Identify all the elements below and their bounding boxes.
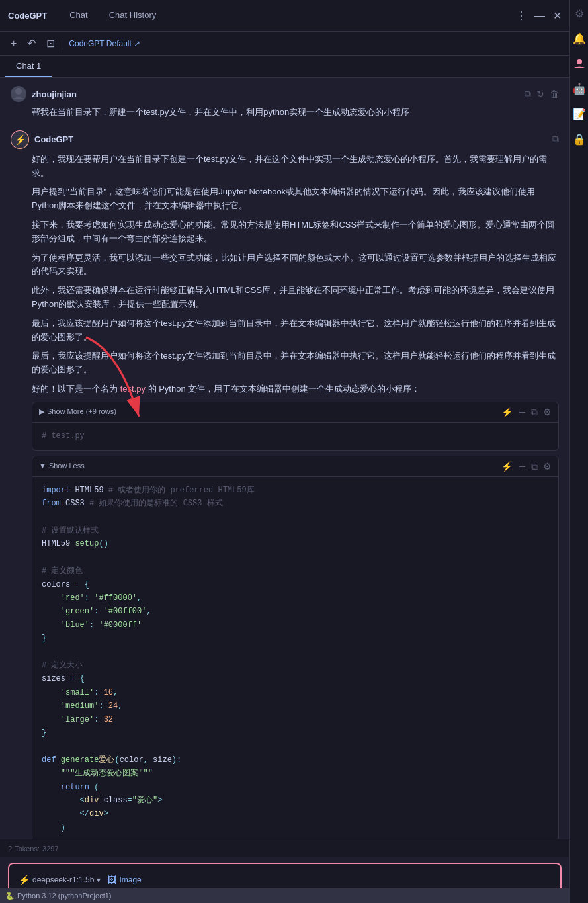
python-icon: 🐍 (5, 892, 15, 900)
copy-icon[interactable]: ⧉ (525, 89, 531, 100)
delete-icon[interactable]: 🗑 (550, 89, 559, 100)
code-line: } (42, 726, 549, 740)
code-line: # 定义大小 (42, 659, 549, 672)
lightning-icon[interactable]: ⚡ (501, 459, 513, 474)
code-line: sizes = { (42, 672, 549, 685)
chat-area[interactable]: zhoujinjian ⧉ ↻ 🗑 帮我在当前目录下，新建一个test.py文件… (0, 78, 569, 839)
chat-tab-row: Chat 1 (0, 56, 569, 78)
code-line (42, 646, 549, 659)
model-icon: ⚡ (19, 875, 30, 885)
collapsed-code-block: ▶ Show More (+9 rows) ⚡ ⊢ ⧉ ⚙ # test.py (32, 402, 559, 451)
code-line: 'green': '#00ff00', (42, 605, 549, 618)
avatar (11, 86, 26, 102)
undo-button[interactable]: ↶ (24, 36, 38, 51)
code-line (42, 740, 549, 753)
expand-icon[interactable]: ⊢ (518, 405, 526, 419)
code-line: import HTML59 # 或者使用你的 preferred HTML59库 (42, 484, 549, 497)
code-line: <div class="爱心"> (42, 794, 549, 807)
code-line: </div> (42, 807, 549, 820)
copy-icon[interactable]: ⧉ (552, 134, 559, 145)
code-line: 'large': 32 (42, 713, 549, 726)
add-button[interactable]: + (8, 36, 19, 51)
tokens-label: Tokens: (15, 845, 40, 853)
tab-chat-history[interactable]: Chat History (100, 6, 166, 25)
code-line: } (42, 632, 549, 645)
minimize-icon[interactable]: — (534, 10, 545, 22)
code-block-filename: # test.py (32, 423, 558, 449)
code-line: def generate爱心(color, size): (42, 753, 549, 767)
code-line: 'small': 16, (42, 686, 549, 699)
code-line: 'red': '#ff0000', (42, 591, 549, 605)
app-logo: CodeGPT (8, 11, 47, 21)
code-line (42, 551, 549, 564)
bottom-bar: ? Tokens: 3297 (0, 839, 569, 857)
code-block-header: ▶ Show More (+9 rows) ⚡ ⊢ ⧉ ⚙ (32, 402, 558, 423)
python-status: 🐍 Python 3.12 (pythonProject1) (5, 892, 111, 900)
expanded-code-actions: ⚡ ⊢ ⧉ ⚙ (501, 459, 552, 474)
help-icon[interactable]: ? (8, 845, 12, 853)
right-sidebar: ⚙ 🔔 🤖 📝 🔒 (569, 0, 588, 903)
code-line: # 定义颜色 (42, 564, 549, 578)
copy-code-icon[interactable]: ⧉ (531, 405, 538, 419)
show-less-button[interactable]: ▼ Show Less (39, 460, 85, 472)
code-line: 'blue': '#0000ff' (42, 619, 549, 632)
token-info: ? Tokens: 3297 (8, 845, 59, 853)
codegpt-avatar: ⚡ (11, 130, 29, 149)
codegpt-message-body: 好的，我现在要帮用户在当前目录下创建一个test.py文件，并在这个文件中实现一… (11, 153, 559, 839)
chat-tab-1[interactable]: Chat 1 (5, 56, 52, 77)
lightning-icon[interactable]: ⚡ (501, 405, 513, 419)
user-message: zhoujinjian ⧉ ↻ 🗑 帮我在当前目录下，新建一个test.py文件… (11, 86, 559, 120)
show-more-button[interactable]: ▶ Show More (+9 rows) (39, 406, 116, 418)
model-selector[interactable]: ⚡ deepseek-r1:1.5b ▾ (19, 875, 101, 885)
titlebar-actions: ⋮ — ✕ (516, 9, 562, 22)
code-block-content: import HTML59 # 或者使用你的 preferred HTML59库… (32, 477, 558, 839)
sidebar-icon-bell[interactable]: 🔔 (571, 30, 587, 46)
tokens-value: 3297 (42, 845, 58, 853)
message-header: zhoujinjian ⧉ ↻ 🗑 (11, 86, 559, 102)
sidebar-icon-doc[interactable]: 📝 (571, 106, 587, 122)
codegpt-header: ⚡ CodeGPT ⧉ (11, 130, 559, 149)
split-button[interactable]: ⊡ (44, 36, 58, 51)
code-block-actions: ⚡ ⊢ ⧉ ⚙ (501, 405, 552, 419)
code-line: ) (42, 821, 549, 834)
code-line: HTML59 setup() (42, 537, 549, 550)
svg-text:⚡: ⚡ (15, 134, 26, 146)
svg-point-3 (577, 59, 582, 64)
model-label: deepseek-r1:1.5b (32, 875, 94, 884)
expanded-code-block: ▼ Show Less ⚡ ⊢ ⧉ ⚙ import HTML59 # 或者使用… (32, 456, 559, 839)
code-line: 'medium': 24, (42, 699, 549, 712)
expand-icon[interactable]: ⊢ (518, 459, 526, 474)
code-line (42, 511, 549, 524)
image-icon: 🖼 (107, 875, 116, 885)
code-line: colors = { (42, 578, 549, 591)
codegpt-actions: ⧉ (552, 134, 559, 145)
code-line: """生成动态爱心图案""" (42, 767, 549, 780)
breadcrumb[interactable]: CodeGPT Default ↗ (69, 39, 140, 48)
copy-code-icon[interactable]: ⧉ (531, 459, 538, 474)
toolbar-separator (63, 38, 63, 50)
message-actions: ⧉ ↻ 🗑 (525, 89, 559, 100)
python-version: Python 3.12 (pythonProject1) (17, 892, 111, 900)
code-line: return ( (42, 781, 549, 794)
code-line: # 设置默认样式 (42, 524, 549, 537)
sidebar-icon-lock[interactable]: 🔒 (571, 131, 587, 147)
sidebar-icon-robot[interactable]: 🤖 (571, 81, 587, 97)
user-name: zhoujinjian (32, 89, 77, 99)
settings-icon[interactable]: ⚙ (543, 459, 552, 474)
codegpt-name: CodeGPT (34, 134, 73, 144)
more-icon[interactable]: ⋮ (516, 9, 526, 22)
settings-icon[interactable]: ⚙ (543, 405, 552, 419)
close-icon[interactable]: ✕ (553, 9, 562, 22)
refresh-icon[interactable]: ↻ (536, 89, 544, 100)
svg-point-0 (15, 88, 22, 95)
code-line: from CSS3 # 如果你使用的是标准的 CSS3 样式 (42, 497, 549, 510)
image-button[interactable]: 🖼 Image (107, 875, 141, 885)
titlebar: CodeGPT Chat Chat History ⋮ — ✕ (0, 0, 569, 32)
sidebar-icon-user[interactable] (571, 56, 587, 71)
tab-chat[interactable]: Chat (60, 6, 97, 25)
image-label: Image (119, 875, 141, 884)
status-bar: 🐍 Python 3.12 (pythonProject1) (0, 888, 569, 903)
user-message-body: 帮我在当前目录下，新建一个test.py文件，并在文件中，利用python实现一… (11, 106, 559, 120)
model-dropdown-icon: ▾ (97, 875, 101, 884)
sidebar-icon-settings[interactable]: ⚙ (571, 5, 587, 21)
